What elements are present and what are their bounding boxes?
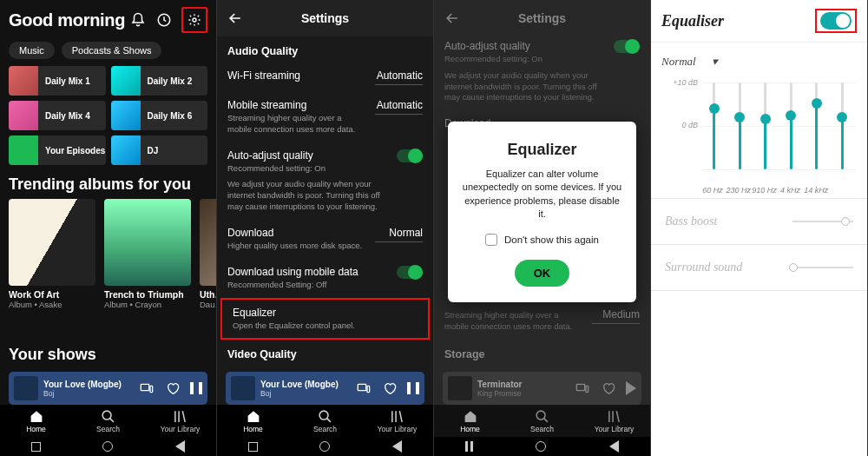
album-cover xyxy=(9,199,95,286)
setting-download-mobile-data[interactable]: Download using mobile data Recommended S… xyxy=(217,259,433,298)
toggle-on-icon[interactable] xyxy=(397,266,423,279)
checkbox-icon[interactable] xyxy=(485,234,497,246)
filter-podcasts[interactable]: Podcasts & Shows xyxy=(62,42,162,59)
history-icon[interactable] xyxy=(155,11,173,29)
svg-rect-10 xyxy=(367,386,370,392)
gear-icon[interactable] xyxy=(186,11,203,29)
svg-line-22 xyxy=(616,411,619,422)
home-screen: Good morning Music Podcasts & Shows Dail… xyxy=(0,0,217,456)
nav-search: Search xyxy=(506,405,578,437)
now-playing-track: Terminator xyxy=(477,380,569,389)
eq-slider-60hz[interactable] xyxy=(713,83,715,169)
album-card[interactable]: Uthin… Daug… xyxy=(200,199,216,309)
heart-icon[interactable] xyxy=(164,380,181,397)
svg-rect-9 xyxy=(358,384,365,390)
svg-point-4 xyxy=(102,411,111,420)
android-home-icon[interactable] xyxy=(319,441,330,452)
svg-rect-17 xyxy=(586,386,589,392)
now-playing-thumb xyxy=(448,376,472,400)
audio-quality-header: Audio Quality xyxy=(217,36,433,63)
ok-button[interactable]: OK xyxy=(515,260,570,287)
now-playing-bar[interactable]: Your Love (Mogbe) Boj xyxy=(226,372,424,405)
now-playing-thumb xyxy=(14,376,38,400)
setting-wifi-streaming[interactable]: Wi-Fi streaming Automatic xyxy=(217,63,433,92)
nav-search[interactable]: Search xyxy=(289,405,361,437)
toggle-on-icon[interactable] xyxy=(397,149,423,162)
filter-music[interactable]: Music xyxy=(9,42,55,59)
album-cover xyxy=(200,199,216,286)
devices-icon[interactable] xyxy=(355,380,372,397)
svg-line-19 xyxy=(544,418,548,421)
storage-header: Storage xyxy=(434,340,650,366)
video-quality-header: Video Quality xyxy=(217,340,433,366)
svg-point-11 xyxy=(319,411,328,420)
nav-home[interactable]: Home xyxy=(0,405,72,437)
devices-icon[interactable] xyxy=(138,380,155,397)
setting-auto-adjust: Auto-adjust quality Recommended setting:… xyxy=(434,36,650,110)
pause-icon[interactable] xyxy=(190,382,202,394)
android-back-icon[interactable] xyxy=(609,440,619,453)
surround-sound-row[interactable]: Surround sound xyxy=(651,245,867,290)
equaliser-title: Equaliser xyxy=(661,12,724,30)
bass-boost-slider[interactable] xyxy=(792,221,853,222)
bass-boost-row[interactable]: Bass boost xyxy=(651,199,867,244)
bottom-nav: Home Search Your Library xyxy=(434,405,650,437)
svg-line-15 xyxy=(399,411,402,422)
eq-slider-14khz[interactable] xyxy=(815,83,818,169)
tile-your-episodes[interactable]: Your Episodes xyxy=(9,135,106,165)
tile-daily-mix-1[interactable]: Daily Mix 1 xyxy=(9,66,106,96)
nav-library[interactable]: Your Library xyxy=(144,405,216,437)
setting-auto-adjust[interactable]: Auto-adjust quality Recommended setting:… xyxy=(217,142,433,220)
android-recent-icon[interactable] xyxy=(31,442,41,452)
your-shows-header: Your shows xyxy=(0,335,105,369)
settings-screen: Settings Audio Quality Wi-Fi streaming A… xyxy=(217,0,434,456)
eq-slider-910hz[interactable] xyxy=(764,83,766,169)
android-recent-icon[interactable] xyxy=(248,442,258,452)
heart-icon[interactable] xyxy=(381,380,398,397)
android-nav xyxy=(217,437,433,456)
now-playing-thumb xyxy=(231,376,255,400)
android-home-icon[interactable] xyxy=(102,441,113,452)
eq-slider-extra[interactable] xyxy=(841,83,844,169)
nav-home[interactable]: Home xyxy=(217,405,289,437)
equaliser-toggle[interactable] xyxy=(820,12,852,30)
album-card[interactable]: Trench to Triumph Album • Crayon xyxy=(104,199,191,309)
eq-slider-4khz[interactable] xyxy=(790,83,792,169)
tile-dj[interactable]: DJ xyxy=(111,135,208,165)
highlight-equaliser-toggle xyxy=(815,9,857,33)
tile-daily-mix-2[interactable]: Daily Mix 2 xyxy=(111,66,208,96)
surround-sound-slider[interactable] xyxy=(792,267,853,268)
nav-home: Home xyxy=(434,405,506,437)
pause-icon[interactable] xyxy=(407,382,419,394)
back-icon xyxy=(434,10,470,27)
android-home-icon[interactable] xyxy=(536,441,546,452)
now-playing-track: Your Love (Mogbe) xyxy=(260,380,350,389)
android-nav xyxy=(434,437,650,456)
bell-icon[interactable] xyxy=(129,11,147,29)
now-playing-bar[interactable]: Your Love (Mogbe) Boj xyxy=(9,372,207,405)
tile-daily-mix-4[interactable]: Daily Mix 4 xyxy=(9,101,106,130)
dont-show-again-checkbox[interactable]: Don't show this again xyxy=(462,234,622,246)
trending-header: Trending albums for you xyxy=(0,165,216,199)
eq-slider-230hz[interactable] xyxy=(739,83,741,169)
tile-daily-mix-6[interactable]: Daily Mix 6 xyxy=(111,101,208,130)
nav-library[interactable]: Your Library xyxy=(361,405,433,437)
back-icon[interactable] xyxy=(217,10,253,27)
setting-mobile-streaming[interactable]: Mobile streaming Streaming higher qualit… xyxy=(217,92,433,142)
nav-library: Your Library xyxy=(578,405,650,437)
album-card[interactable]: Work Of Art Album • Asake xyxy=(9,199,95,309)
android-back-icon[interactable] xyxy=(392,440,402,453)
chevron-down-icon: ▾ xyxy=(712,55,718,69)
devices-icon xyxy=(574,380,591,397)
setting-download-quality[interactable]: Download Higher quality uses more disk s… xyxy=(217,220,433,259)
preset-dropdown[interactable]: Normal ▾ xyxy=(651,43,867,74)
android-recent-icon[interactable] xyxy=(465,441,473,452)
setting-mobile-streaming: Streaming higher quality over a mobile c… xyxy=(434,301,650,340)
svg-line-8 xyxy=(182,411,185,422)
nav-search[interactable]: Search xyxy=(72,405,144,437)
android-nav xyxy=(0,437,216,456)
setting-equalizer[interactable]: Equalizer Open the Equalizer control pan… xyxy=(222,300,428,339)
svg-rect-2 xyxy=(141,384,148,390)
album-cover xyxy=(104,199,191,286)
android-back-icon[interactable] xyxy=(175,440,185,453)
